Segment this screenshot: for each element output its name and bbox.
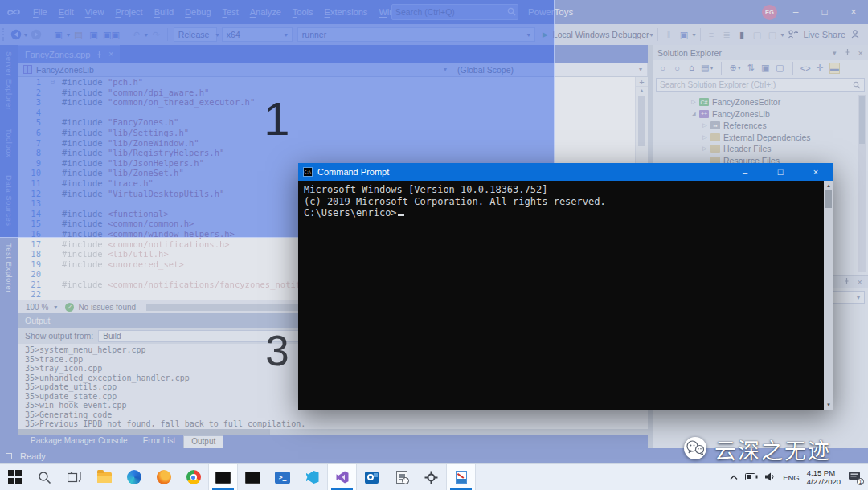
cmd-title: Command Prompt: [317, 167, 389, 177]
terminal-line: C:\Users\enrico>: [304, 207, 822, 219]
taskbar-chrome-icon[interactable]: [178, 464, 208, 490]
taskbar-powertoys-icon[interactable]: [416, 464, 446, 490]
cmd-icon: C:\: [303, 167, 313, 177]
terminal-output[interactable]: Microsoft Windows [Version 10.0.18363.75…: [298, 181, 833, 410]
system-tray: ENG 4:15 PM 4/27/2020 1: [730, 464, 868, 490]
scroll-up-icon[interactable]: ▲: [824, 181, 833, 190]
terminal-line: (c) 2019 Microsoft Corporation. All righ…: [304, 196, 822, 208]
taskbar-firefox-icon[interactable]: [149, 464, 178, 490]
scroll-down-icon[interactable]: ▼: [824, 400, 833, 410]
terminal-cursor: [398, 214, 404, 216]
scrollbar-thumb[interactable]: [825, 190, 832, 208]
taskbar-command-prompt-icon[interactable]: [208, 464, 238, 490]
notification-badge: 1: [857, 478, 864, 485]
desktop: FileEditViewProjectBuildDebugTestAnalyze…: [0, 0, 868, 490]
taskbar-visual-studio-icon[interactable]: [327, 464, 357, 490]
action-center-icon[interactable]: 1: [848, 471, 862, 484]
cmd-maximize-button[interactable]: □: [763, 163, 798, 181]
terminal-line: Microsoft Windows [Version 10.0.18363.75…: [304, 184, 822, 196]
watermark-text: 云深之无迹: [714, 434, 831, 465]
cmd-minimize-button[interactable]: –: [727, 163, 763, 181]
volume-icon[interactable]: [765, 472, 776, 483]
taskbar-outlook-icon[interactable]: [357, 464, 387, 490]
battery-icon[interactable]: [745, 473, 758, 482]
taskbar-terminal-window-icon[interactable]: [238, 464, 268, 490]
watermark: 云深之无迹: [682, 434, 831, 465]
taskbar-docs-reader-icon[interactable]: [387, 464, 416, 490]
command-prompt-window[interactable]: C:\ Command Prompt – □ × Microsoft Windo…: [298, 163, 833, 410]
zone-1-number: 1: [264, 92, 289, 145]
cmd-titlebar[interactable]: C:\ Command Prompt – □ ×: [298, 163, 833, 181]
taskbar-task-view-icon[interactable]: [59, 464, 89, 490]
cmd-close-button[interactable]: ×: [798, 163, 833, 181]
taskbar-start-button-icon[interactable]: [0, 464, 30, 490]
taskbar-vscode-icon[interactable]: [297, 464, 327, 490]
clock[interactable]: 4:15 PM 4/27/2020: [807, 468, 841, 486]
language-indicator[interactable]: ENG: [783, 473, 800, 482]
taskbar-powershell-icon[interactable]: >_: [268, 464, 297, 490]
taskbar-search-icon[interactable]: [30, 464, 59, 490]
taskbar-zones-editor-icon[interactable]: [446, 464, 476, 490]
taskbar-file-explorer-icon[interactable]: [89, 464, 119, 490]
taskbar-edge-icon[interactable]: [119, 464, 149, 490]
tray-chevron-up-icon[interactable]: [730, 473, 738, 482]
wechat-logo-icon: [682, 436, 710, 463]
taskbar: >_ ENG 4:15 PM 4/27/2020 1: [0, 463, 868, 490]
cmd-scrollbar[interactable]: ▲ ▼: [824, 181, 833, 410]
